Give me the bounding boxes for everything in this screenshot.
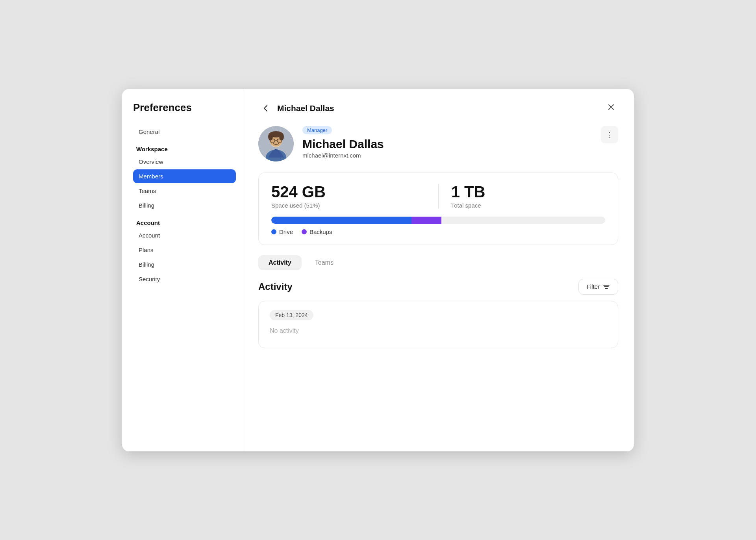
legend-drive: Drive bbox=[271, 228, 293, 235]
storage-divider bbox=[438, 184, 439, 209]
profile-info: Manager Michael Dallas michael@internxt.… bbox=[302, 126, 592, 159]
avatar bbox=[258, 126, 294, 161]
svg-point-9 bbox=[279, 133, 284, 141]
sidebar-item-security[interactable]: Security bbox=[133, 272, 236, 286]
no-activity-text: No activity bbox=[270, 326, 607, 336]
sidebar-item-billing-acc[interactable]: Billing bbox=[133, 258, 236, 271]
header-left: Michael Dallas bbox=[258, 102, 334, 114]
sidebar-item-account[interactable]: Account bbox=[133, 228, 236, 242]
storage-bar-backups bbox=[411, 217, 441, 224]
drive-dot bbox=[271, 229, 276, 234]
activity-header: Activity Filter bbox=[258, 279, 618, 295]
page-title: Michael Dallas bbox=[277, 104, 334, 113]
sidebar-item-members[interactable]: Members bbox=[133, 169, 236, 183]
legend-drive-label: Drive bbox=[279, 228, 293, 235]
svg-point-8 bbox=[268, 133, 273, 141]
tab-teams[interactable]: Teams bbox=[305, 255, 344, 270]
sidebar-section-workspace: Workspace bbox=[136, 146, 236, 152]
filter-button[interactable]: Filter bbox=[578, 279, 618, 295]
activity-date-badge: Feb 13, 2024 bbox=[270, 310, 313, 320]
tabs-row: Activity Teams bbox=[258, 255, 618, 270]
tab-activity[interactable]: Activity bbox=[258, 255, 302, 270]
ellipsis-icon: ⋮ bbox=[606, 130, 613, 139]
sidebar-item-teams-ws[interactable]: Teams bbox=[133, 184, 236, 198]
main-content: Michael Dallas bbox=[244, 89, 634, 451]
manager-badge: Manager bbox=[302, 126, 332, 134]
legend-backups: Backups bbox=[302, 228, 332, 235]
profile-section: Manager Michael Dallas michael@internxt.… bbox=[258, 126, 618, 161]
storage-card: 524 GB Space used (51%) 1 TB Total space… bbox=[258, 173, 618, 245]
sidebar-section-account: Account bbox=[136, 219, 236, 226]
main-header: Michael Dallas bbox=[258, 102, 618, 115]
sidebar-item-general[interactable]: General bbox=[133, 125, 236, 139]
legend-backups-label: Backups bbox=[309, 228, 332, 235]
back-button[interactable] bbox=[258, 102, 273, 114]
storage-total-label: Total space bbox=[451, 202, 605, 209]
filter-label: Filter bbox=[587, 283, 600, 290]
close-button[interactable] bbox=[604, 102, 618, 115]
sidebar-item-billing-ws[interactable]: Billing bbox=[133, 199, 236, 212]
storage-total: 1 TB Total space bbox=[451, 184, 605, 209]
activity-title: Activity bbox=[258, 281, 293, 292]
storage-bar-drive bbox=[271, 217, 411, 224]
sidebar-title: Preferences bbox=[133, 102, 236, 114]
storage-bar bbox=[271, 217, 605, 224]
storage-used-label: Space used (51%) bbox=[271, 202, 425, 209]
more-options-button[interactable]: ⋮ bbox=[601, 126, 618, 143]
storage-stats: 524 GB Space used (51%) 1 TB Total space bbox=[271, 184, 605, 209]
storage-used-value: 524 GB bbox=[271, 184, 425, 200]
sidebar-item-overview[interactable]: Overview bbox=[133, 155, 236, 169]
storage-legend: Drive Backups bbox=[271, 228, 605, 235]
sidebar: Preferences General Workspace Overview M… bbox=[122, 89, 244, 451]
storage-used: 524 GB Space used (51%) bbox=[271, 184, 425, 209]
activity-card: Feb 13, 2024 No activity bbox=[258, 301, 618, 348]
storage-total-value: 1 TB bbox=[451, 184, 605, 200]
filter-icon bbox=[603, 283, 610, 290]
profile-email: michael@internxt.com bbox=[302, 152, 592, 159]
profile-name: Michael Dallas bbox=[302, 137, 592, 150]
backups-dot bbox=[302, 229, 307, 234]
sidebar-item-plans[interactable]: Plans bbox=[133, 243, 236, 257]
